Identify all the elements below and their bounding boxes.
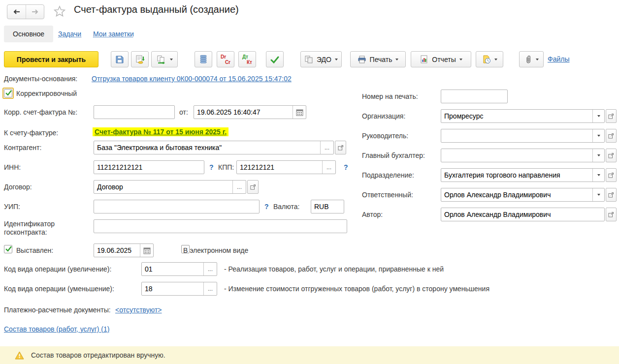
responsible-field[interactable] [441,188,605,202]
edo-button[interactable]: ЭДО [300,51,342,67]
tab-main[interactable]: Основное [4,26,53,42]
uip-input[interactable] [94,200,260,213]
payment-docs-link[interactable]: <отсутствуют> [115,306,162,314]
drcr-button[interactable]: DrCr [217,51,234,67]
op-code-increase-description: - Реализация товаров, работ, услуг и опе… [224,265,444,273]
chief-accountant-input[interactable] [441,149,592,162]
manager-field[interactable] [441,129,605,143]
basis-document-link[interactable]: Отгрузка товаров клиенту 0К00-000074 от … [92,75,292,83]
uip-help-icon[interactable]: ? [264,203,269,211]
open-icon [608,192,614,198]
inn-help-icon[interactable]: ? [209,163,214,171]
register-records-button[interactable] [195,51,212,67]
organization-field[interactable] [441,109,605,123]
author-open-button[interactable] [606,208,617,221]
responsible-dropdown-button[interactable] [592,188,604,201]
payment-docs-label: Платежно-расчетные документы: [4,306,111,314]
op-code-decrease-field[interactable]: ... [141,282,217,296]
to-invoice-label: К счету-фактуре: [4,129,58,137]
counterparty-field[interactable]: ... [94,141,334,154]
create-based-on-button[interactable] [151,51,178,67]
print-button[interactable]: Печать [350,51,406,67]
counterparty-open-button[interactable] [335,141,346,154]
op-code-decrease-choose-button[interactable]: ... [203,282,217,295]
chief-accountant-open-button[interactable] [606,149,617,162]
issued-checkbox[interactable] [4,245,12,253]
chief-accountant-field[interactable] [441,149,605,162]
corrective-checkbox[interactable] [4,89,12,97]
warning-bar: Состав товаров отредактирован вручную. [0,346,619,364]
issued-date-input[interactable] [94,244,140,257]
manager-open-button[interactable] [606,129,617,143]
chief-accountant-label: Главный бухгалтер: [362,152,425,159]
author-field[interactable] [441,208,605,221]
contract-open-button[interactable] [247,180,259,194]
manager-dropdown-button[interactable] [592,129,604,142]
counterparty-input[interactable] [94,141,320,154]
organization-dropdown-button[interactable] [592,110,604,122]
floppy-disk-icon [115,55,124,64]
print-number-input[interactable] [441,90,508,103]
chief-accountant-dropdown-button[interactable] [592,149,604,162]
department-input[interactable] [441,169,592,182]
goods-content-link[interactable]: Состав товаров (работ, услуг) (1) [4,325,109,333]
kpp-field[interactable]: ... [236,160,336,174]
kpp-choose-button[interactable]: ... [322,161,335,174]
issued-date-field[interactable] [94,243,154,257]
calendar-icon [143,247,151,254]
issued-date-calendar-button[interactable] [140,244,153,257]
attach-button[interactable] [519,51,544,67]
author-input[interactable] [441,208,604,221]
op-code-decrease-input[interactable] [142,282,203,295]
currency-input[interactable] [311,200,344,213]
op-code-increase-field[interactable]: ... [141,262,217,276]
department-open-button[interactable] [606,168,617,182]
favorite-star-icon[interactable] [54,5,65,18]
forward-button[interactable] [26,5,44,19]
responsible-input[interactable] [441,188,592,201]
files-link[interactable]: Файлы [548,55,569,63]
organization-open-button[interactable] [606,109,617,123]
tab-notes[interactable]: Мои заметки [93,30,134,38]
responsible-open-button[interactable] [606,188,617,202]
to-invoice-link[interactable]: Счет-фактура № 117 от 15 июня 2025 г. [93,127,228,136]
corr-date-prefix-label: от: [179,108,188,116]
open-icon [608,133,614,139]
reports-button[interactable]: Отчеты [411,51,471,67]
caret-down-icon [597,174,600,176]
attach-caret-icon [536,59,539,61]
check-posting-button[interactable] [266,51,284,67]
contract-label: Договор: [4,183,32,191]
post-and-close-button[interactable]: Провести и закрыть [4,51,98,67]
manager-input[interactable] [441,129,592,142]
corr-date-input[interactable] [194,106,293,119]
inn-input[interactable] [94,160,204,174]
kpp-help-icon[interactable]: ? [344,163,348,171]
post-document-icon [135,55,145,64]
op-code-increase-input[interactable] [142,263,203,275]
back-button[interactable] [7,5,26,19]
corr-date-calendar-button[interactable] [293,106,306,119]
save-button[interactable] [111,51,129,67]
basis-label: Документы-основания: [4,75,77,83]
dtkt-button[interactable]: ДтКт [238,51,256,67]
organization-input[interactable] [441,110,592,122]
corr-number-input[interactable] [94,105,175,119]
op-code-increase-choose-button[interactable]: ... [203,263,217,275]
deadline-button[interactable] [476,51,503,67]
post-and-close-label: Провести и закрыть [17,56,86,63]
corr-date-field[interactable] [194,105,306,119]
tab-main-label: Основное [13,30,44,38]
tab-tasks[interactable]: Задачи [58,30,81,38]
department-dropdown-button[interactable] [592,169,604,182]
arrow-left-icon [12,8,21,16]
corrective-checkbox-focus [2,88,14,99]
gov-contract-input[interactable] [94,219,347,233]
counterparty-choose-button[interactable]: ... [320,141,333,154]
contract-input[interactable] [94,181,232,193]
contract-choose-button[interactable]: ... [232,181,246,193]
post-document-button[interactable] [131,51,149,67]
contract-field[interactable]: ... [94,180,246,194]
kpp-input[interactable] [237,161,322,174]
department-field[interactable] [441,168,605,182]
